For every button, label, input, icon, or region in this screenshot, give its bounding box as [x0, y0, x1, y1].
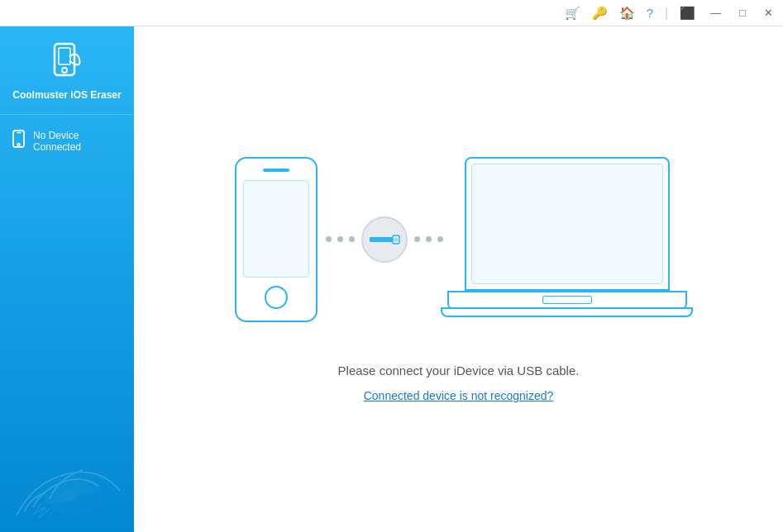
- laptop-touchpad: [542, 296, 592, 304]
- dot-1: [326, 236, 332, 242]
- phone-speaker: [263, 169, 289, 172]
- sidebar-bottom-art: [0, 433, 134, 532]
- main-layout: Coolmuster iOS Eraser No Device Connecte…: [0, 26, 783, 532]
- laptop-screen-inner: [471, 164, 663, 284]
- laptop-screen: [465, 157, 670, 291]
- usb-circle: [361, 216, 408, 263]
- laptop-base: [447, 291, 687, 309]
- connector-area: [326, 216, 443, 263]
- monitor-icon[interactable]: ⬛: [680, 6, 695, 21]
- sidebar-logo-text: Coolmuster iOS Eraser: [12, 89, 121, 102]
- phone-home-button: [265, 286, 288, 309]
- not-recognized-link[interactable]: Connected device is not recognized?: [364, 389, 554, 402]
- no-device-label: No Device Connected: [33, 130, 126, 153]
- laptop-illustration: [451, 157, 683, 322]
- app-logo-icon: [46, 41, 88, 83]
- dot-4: [414, 236, 420, 242]
- sidebar-logo: Coolmuster iOS Eraser: [0, 26, 134, 115]
- connect-text: Please connect your iDevice via USB cabl…: [338, 363, 580, 378]
- phone-illustration: [235, 157, 317, 322]
- sidebar-item-no-device[interactable]: No Device Connected: [0, 121, 134, 161]
- svg-rect-1: [59, 48, 70, 64]
- close-button[interactable]: ✕: [761, 7, 776, 19]
- maximize-button[interactable]: □: [736, 7, 749, 19]
- divider: |: [665, 6, 668, 21]
- key-icon[interactable]: 🔑: [592, 6, 608, 21]
- dot-3: [349, 236, 355, 242]
- cart-icon[interactable]: 🛒: [565, 6, 580, 21]
- right-dots: [414, 236, 443, 242]
- minimize-button[interactable]: —: [707, 7, 724, 19]
- svg-rect-10: [394, 238, 398, 241]
- svg-point-2: [62, 68, 67, 73]
- laptop-bottom-strip: [441, 307, 693, 317]
- svg-rect-8: [370, 237, 393, 242]
- help-icon[interactable]: ?: [647, 6, 653, 20]
- left-dots: [326, 236, 355, 242]
- dot-5: [426, 236, 432, 242]
- dot-6: [437, 236, 443, 242]
- title-bar-icons: 🛒 🔑 🏠 ? | ⬛ — □ ✕: [565, 6, 776, 21]
- svg-point-6: [17, 144, 20, 146]
- dot-2: [337, 236, 343, 242]
- device-icon: [12, 130, 26, 152]
- sidebar: Coolmuster iOS Eraser No Device Connecte…: [0, 26, 134, 532]
- illustration: [235, 157, 683, 322]
- home-icon[interactable]: 🏠: [619, 6, 635, 21]
- phone-screen: [243, 180, 309, 278]
- content-area: Please connect your iDevice via USB cabl…: [134, 26, 783, 532]
- title-bar: 🛒 🔑 🏠 ? | ⬛ — □ ✕: [0, 0, 783, 26]
- usb-connector: [369, 231, 400, 248]
